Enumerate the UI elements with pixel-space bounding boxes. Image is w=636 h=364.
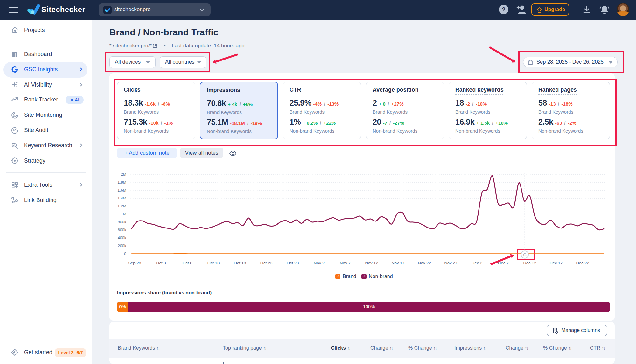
svg-text:0: 0 <box>124 252 126 256</box>
svg-text:Nov 7: Nov 7 <box>340 261 351 265</box>
svg-text:Oct 8: Oct 8 <box>182 261 192 265</box>
svg-text:Dec 17: Dec 17 <box>549 261 563 265</box>
svg-text:Sep 28: Sep 28 <box>128 261 141 265</box>
svg-text:400k: 400k <box>118 236 127 240</box>
svg-text:G: G <box>523 252 526 257</box>
svg-text:Nov 22: Nov 22 <box>418 261 431 265</box>
svg-text:1M: 1M <box>121 212 126 216</box>
svg-text:Oct 28: Oct 28 <box>287 261 299 265</box>
svg-text:Oct 23: Oct 23 <box>260 261 272 265</box>
svg-text:2M: 2M <box>121 172 126 177</box>
svg-text:1.6M: 1.6M <box>117 188 126 192</box>
svg-text:Oct 3: Oct 3 <box>156 261 166 265</box>
svg-text:Dec 2: Dec 2 <box>472 261 482 265</box>
svg-text:1.8M: 1.8M <box>117 180 126 185</box>
svg-text:Nov 2: Nov 2 <box>314 261 325 265</box>
svg-text:800k: 800k <box>118 220 127 224</box>
svg-text:Oct 13: Oct 13 <box>207 261 220 265</box>
svg-text:Nov 12: Nov 12 <box>365 261 378 265</box>
svg-text:Nov 17: Nov 17 <box>391 261 404 265</box>
svg-text:600k: 600k <box>118 228 127 232</box>
svg-text:Dec 12: Dec 12 <box>523 261 536 265</box>
svg-text:1.4M: 1.4M <box>117 196 126 200</box>
svg-text:200k: 200k <box>118 244 127 248</box>
svg-text:Nov 27: Nov 27 <box>444 261 457 265</box>
svg-text:1.2M: 1.2M <box>117 204 126 208</box>
svg-text:Dec 7: Dec 7 <box>498 261 509 265</box>
svg-text:Dec 22: Dec 22 <box>576 261 589 265</box>
svg-text:Oct 18: Oct 18 <box>234 261 246 265</box>
